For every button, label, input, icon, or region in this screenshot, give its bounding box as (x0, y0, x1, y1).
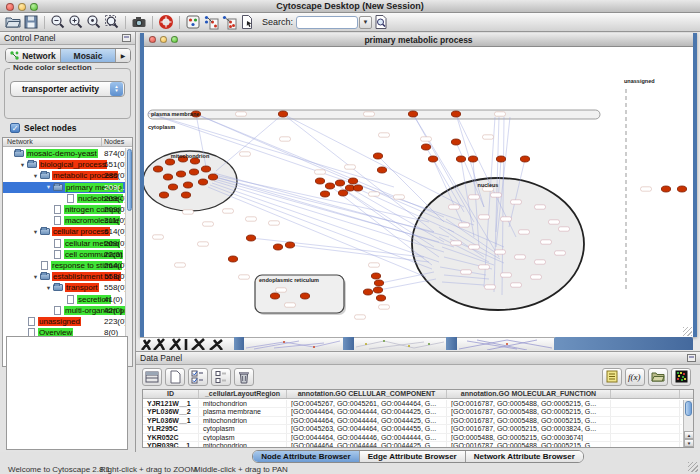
expand-arrow-icon[interactable]: ▼ (44, 184, 53, 190)
network-edge[interactable] (290, 245, 429, 262)
snapshot-button[interactable] (130, 14, 148, 31)
expand-arrow-icon[interactable]: ▼ (31, 274, 40, 280)
network-node[interactable] (228, 256, 237, 262)
network-node[interactable] (163, 174, 172, 180)
tree-item[interactable]: macromolecule311(0) (3, 215, 125, 226)
background-window-edge[interactable] (343, 337, 354, 350)
tree-item[interactable]: ▼metabolic process280(0) (3, 170, 125, 181)
network-edge[interactable] (378, 156, 444, 222)
background-window-sliver[interactable] (354, 337, 446, 350)
network-node[interactable] (285, 242, 294, 248)
tab-network-attribute-browser[interactable]: Network Attribute Browser (466, 451, 583, 462)
app-resize-grip[interactable] (688, 462, 698, 472)
scroll-down-button[interactable]: ▼ (684, 439, 694, 447)
network-node[interactable] (348, 178, 357, 184)
select-nodes-checkbox[interactable]: ✓ (10, 123, 20, 133)
network-window-titlebar[interactable]: primary metabolic process (144, 33, 693, 47)
network-node[interactable] (520, 156, 529, 162)
zoom-fit-button[interactable] (85, 14, 103, 31)
tree-item[interactable]: ▼transport558(0) (3, 282, 125, 293)
network-node[interactable] (208, 174, 217, 180)
column-header[interactable]: annotation.GO MOLECULAR_FUNCTION (447, 390, 611, 398)
network-node[interactable] (159, 192, 168, 198)
network-node[interactable] (373, 153, 382, 159)
open-button[interactable] (4, 14, 22, 31)
background-window-edge[interactable] (234, 337, 244, 350)
network-node[interactable] (451, 139, 460, 145)
network-node[interactable] (320, 191, 329, 197)
tab-mosaic[interactable]: Mosaic (61, 49, 116, 62)
network-edge[interactable] (216, 114, 283, 171)
network-node[interactable] (270, 293, 279, 299)
network-node[interactable] (456, 156, 465, 162)
layout-align-button[interactable] (202, 14, 220, 31)
network-node[interactable] (661, 186, 670, 192)
network-node[interactable] (273, 244, 282, 250)
network-node[interactable] (168, 184, 177, 190)
tree-item[interactable]: ▼cellular process614(0) (3, 226, 125, 237)
background-window-sliver[interactable] (244, 337, 343, 350)
network-node[interactable] (428, 156, 437, 162)
table-row[interactable]: YKR052Ccytoplasm[GO:0044464, GO:0044446,… (143, 434, 682, 442)
tree-item[interactable]: multi-organism pro42(0) (3, 305, 125, 316)
column-header[interactable]: _cellularLayoutRegion (199, 390, 287, 398)
column-header[interactable]: ID (143, 390, 199, 398)
network-node[interactable] (189, 169, 198, 175)
save-button[interactable] (22, 14, 40, 31)
tree-item[interactable]: cell communicat22(0) (3, 249, 125, 260)
vizmapper-button[interactable] (184, 14, 202, 31)
annotation-button[interactable] (238, 14, 256, 31)
tree-scrollbar[interactable] (125, 148, 132, 366)
network-node[interactable] (451, 111, 460, 117)
network-node[interactable] (677, 186, 686, 192)
import-attributes-button[interactable] (648, 368, 668, 386)
network-edge[interactable] (283, 114, 434, 232)
network-node[interactable] (278, 111, 287, 117)
network-edge[interactable] (379, 279, 436, 290)
network-node[interactable] (377, 167, 386, 173)
table-row[interactable]: YJR121W__1mitochondrion[GO:0045267, GO:0… (143, 400, 682, 408)
table-row[interactable]: YPL036W__1mitochondrion[GO:0044464, GO:0… (143, 417, 682, 425)
network-node[interactable] (335, 180, 344, 186)
network-node[interactable] (496, 156, 505, 162)
delete-attribute-button[interactable] (234, 368, 254, 386)
tree-item[interactable]: secretion41(0) (3, 293, 125, 304)
expand-arrow-icon[interactable]: ▼ (31, 229, 40, 235)
tab-edge-attribute-browser[interactable]: Edge Attribute Browser (360, 451, 466, 462)
tree-item[interactable]: response to stimulu264(0) (3, 260, 125, 271)
new-attribute-button[interactable] (165, 368, 185, 386)
network-node[interactable] (325, 183, 334, 189)
network-node[interactable] (371, 273, 380, 279)
network-node[interactable] (246, 235, 255, 241)
table-row[interactable]: YLR295Ccytoplasm[GO:0045263, GO:0044464,… (143, 425, 682, 433)
layout-distribute-button[interactable] (220, 14, 238, 31)
table-scrollbar[interactable]: ▲ ▼ (683, 400, 693, 447)
column-header[interactable] (611, 390, 680, 398)
matrix-view-button[interactable] (671, 368, 691, 386)
column-header[interactable]: annotation.GO CELLULAR_COMPONENT (287, 390, 447, 398)
network-node[interactable] (468, 156, 477, 162)
search-dropdown-button[interactable]: ▼ (359, 16, 372, 29)
tree-header-nodes[interactable]: Nodes (102, 138, 132, 146)
advanced-search-button[interactable] (372, 14, 390, 31)
network-node[interactable] (338, 190, 347, 196)
network-view-window[interactable]: primary metabolic process plasma membran… (140, 33, 697, 337)
unselect-attributes-button[interactable] (211, 368, 231, 386)
tree-scrollbar-thumb[interactable] (127, 149, 132, 211)
tree-header-network[interactable]: Network (3, 138, 102, 146)
network-node[interactable] (153, 166, 162, 172)
network-node[interactable] (198, 179, 207, 185)
help-button[interactable] (157, 14, 175, 31)
network-node[interactable] (201, 166, 210, 172)
background-window-sliver[interactable] (140, 337, 234, 350)
search-input[interactable] (296, 16, 358, 29)
network-node[interactable] (376, 295, 385, 301)
tree-item[interactable]: ▼biological_process651(0) (3, 159, 125, 170)
expand-arrow-icon[interactable]: ▼ (31, 173, 40, 179)
background-window-edge[interactable] (446, 337, 457, 350)
background-window-edge[interactable] (554, 337, 693, 350)
formula-builder-button[interactable]: f(x) (625, 368, 645, 386)
network-node[interactable] (408, 111, 417, 117)
network-canvas[interactable]: plasma membranecytoplasmmitochondrionnuc… (144, 47, 693, 337)
tree-item[interactable]: nucleobase-209(0) (3, 193, 125, 204)
